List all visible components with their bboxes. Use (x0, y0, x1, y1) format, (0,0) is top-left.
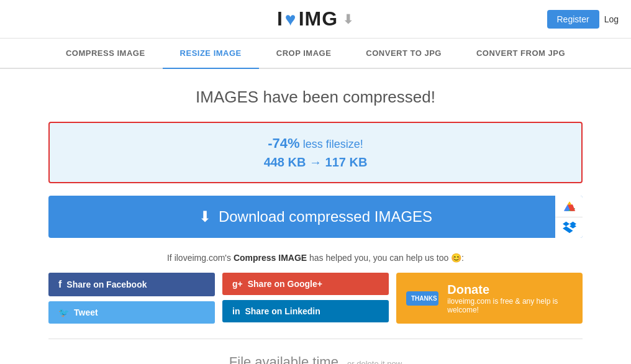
nav-convert-to-jpg[interactable]: CONVERT TO JPG (348, 39, 459, 68)
social-buttons-2: g+ Share on Google+ in Share on Linkedin (222, 273, 389, 324)
stats-percent-label: less filesize! (300, 138, 363, 150)
logo-heart: ♥ (285, 9, 297, 30)
facebook-icon: f (58, 279, 61, 290)
share-facebook-button[interactable]: f Share on Facebook (48, 273, 215, 296)
tweet-button[interactable]: 🐦 Tweet (48, 301, 215, 324)
main-content: IMAGES have been compressed! -74% less f… (36, 69, 595, 364)
linkedin-icon: in (232, 306, 240, 316)
logo-text-right: IMG (299, 7, 338, 30)
download-icon: ⬇ (199, 208, 211, 225)
twitter-label: Tweet (74, 307, 98, 317)
login-button[interactable]: Log (604, 14, 619, 24)
donate-title: Donate (447, 283, 573, 297)
file-available-label: File available time (229, 354, 338, 364)
header-actions: Register Log (547, 10, 619, 29)
donate-text: Donate iloveimg.com is free & any help i… (447, 283, 573, 314)
donate-badge: THANKS (406, 291, 438, 306)
nav-convert-from-jpg[interactable]: CONVERT FROM JPG (459, 39, 583, 68)
facebook-label: Share on Facebook (66, 280, 147, 289)
share-google-button[interactable]: g+ Share on Google+ (222, 273, 389, 295)
download-button-label: Download compressed IMAGES (219, 208, 432, 225)
help-text-suffix: has helped you, you can help us too 😊: (307, 253, 464, 263)
page-title: IMAGES have been compressed! (48, 88, 583, 107)
download-button[interactable]: ⬇ Download compressed IMAGES (48, 196, 583, 238)
logo-text-left: I (277, 7, 283, 30)
nav-crop-image[interactable]: CROP IMAGE (259, 39, 349, 68)
file-available-section: File available time or delete it now (48, 354, 583, 364)
stats-box: -74% less filesize! 448 KB → 117 KB (48, 122, 583, 183)
save-to-drive-button[interactable] (555, 196, 583, 217)
social-buttons: f Share on Facebook 🐦 Tweet (48, 273, 215, 324)
share-linkedin-button[interactable]: in Share on Linkedin (222, 300, 389, 322)
save-to-dropbox-button[interactable] (555, 217, 583, 239)
nav-resize-image[interactable]: RESIZE IMAGE (163, 39, 259, 69)
google-label: Share on Google+ (248, 279, 322, 289)
stats-percent-row: -74% less filesize! (62, 135, 569, 152)
linkedin-label: Share on Linkedin (245, 306, 320, 316)
help-text-prefix: If iloveimg.com's (167, 253, 234, 263)
or-delete-label: or delete it now (347, 359, 402, 364)
google-drive-icon (563, 199, 576, 213)
social-donate-row: f Share on Facebook 🐦 Tweet g+ Share on … (48, 273, 583, 324)
help-text-bold: Compress IMAGE (234, 253, 307, 263)
download-button-wrapper: ⬇ Download compressed IMAGES (48, 196, 583, 238)
nav-compress-image[interactable]: COMPRESS IMAGE (48, 39, 163, 68)
logo: I ♥ IMG ⬇ (277, 7, 354, 30)
register-button[interactable]: Register (547, 10, 599, 29)
twitter-icon: 🐦 (58, 307, 69, 317)
stats-size-info: 448 KB → 117 KB (62, 155, 569, 170)
stats-percent: -74% (268, 135, 299, 151)
donate-subtitle: iloveimg.com is free & any help is welco… (447, 297, 573, 314)
donate-box[interactable]: THANKS Donate iloveimg.com is free & any… (396, 273, 583, 324)
google-icon: g+ (232, 279, 243, 289)
help-text: If iloveimg.com's Compress IMAGE has hel… (48, 253, 583, 263)
dropbox-icon (563, 221, 576, 234)
header: I ♥ IMG ⬇ Register Log (0, 0, 631, 39)
download-extras (555, 196, 583, 238)
logo-arrow-icon: ⬇ (343, 12, 354, 27)
divider (48, 339, 583, 339)
main-nav: COMPRESS IMAGE RESIZE IMAGE CROP IMAGE C… (0, 39, 631, 69)
